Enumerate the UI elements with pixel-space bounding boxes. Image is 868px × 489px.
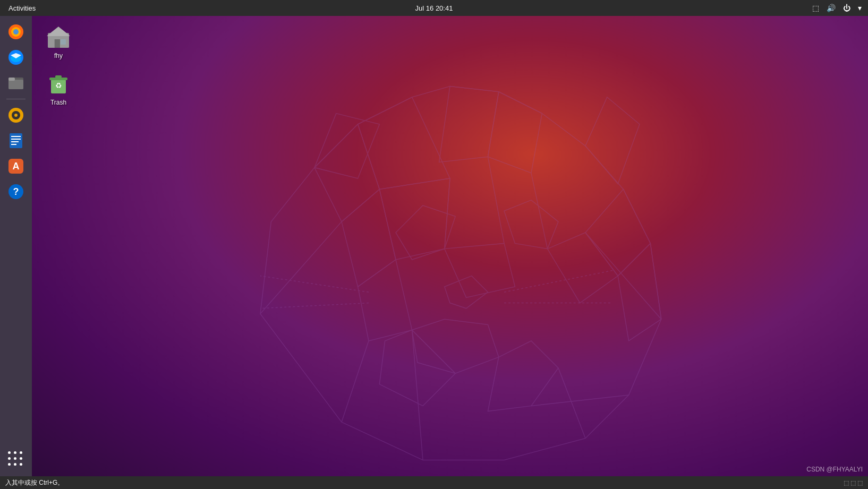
svg-marker-18 (548, 233, 618, 303)
svg-marker-4 (504, 200, 558, 249)
sidebar-dock: A ? (0, 16, 32, 476)
svg-text:?: ? (13, 186, 19, 197)
desktop-icon-trash[interactable]: ♻ Trash (37, 68, 80, 109)
svg-rect-64 (55, 75, 62, 78)
svg-marker-0 (260, 87, 661, 460)
svg-point-45 (14, 114, 18, 117)
bottombar: 入其中或按 Ctrl+G。 ⬚ ⬚ ⬚ (0, 476, 868, 489)
svg-rect-46 (10, 133, 22, 148)
desktop-wallpaper (32, 16, 868, 476)
svg-marker-5 (445, 276, 488, 308)
svg-rect-48 (11, 139, 21, 140)
bottombar-right: ⬚ ⬚ ⬚ (844, 479, 863, 486)
sidebar-item-rhythmbox[interactable] (4, 104, 28, 127)
apps-grid-icon (8, 451, 24, 467)
svg-line-32 (342, 341, 369, 422)
svg-marker-2 (585, 97, 640, 184)
svg-marker-20 (358, 260, 412, 341)
power-icon[interactable]: ⏻ (841, 0, 853, 16)
desktop-icons: fhy ♻ Trash (32, 16, 85, 115)
svg-line-31 (412, 330, 423, 460)
topbar-right: ⬚ 🔊 ⏻ ▾ (810, 0, 868, 16)
svg-rect-50 (11, 144, 16, 145)
desktop-icon-home[interactable]: fhy (37, 21, 80, 63)
sidebar-item-firefox[interactable] (4, 20, 28, 44)
dock-separator-1 (6, 99, 25, 99)
svg-marker-17 (445, 243, 515, 297)
svg-marker-3 (396, 205, 455, 260)
sidebar-item-ubuntu-software[interactable]: A (4, 155, 28, 178)
sidebar-item-help[interactable]: ? (4, 180, 28, 203)
topbar-center: Jul 16 20:41 (415, 4, 453, 12)
svg-line-26 (488, 157, 504, 243)
home-icon-image (46, 24, 71, 50)
svg-rect-41 (8, 80, 23, 89)
svg-rect-49 (11, 141, 19, 142)
cat-watermark-svg (32, 16, 868, 476)
svg-text:A: A (13, 161, 20, 171)
datetime-display: Jul 16 20:41 (415, 4, 453, 12)
topbar-left: Activities (0, 0, 40, 16)
bottombar-tray-icons: ⬚ ⬚ ⬚ (844, 479, 863, 486)
sidebar-item-writer[interactable] (4, 129, 28, 152)
svg-line-7 (260, 276, 369, 293)
trash-icon-label: Trash (50, 99, 66, 106)
svg-marker-13 (439, 87, 499, 162)
dropdown-icon[interactable]: ▾ (856, 0, 864, 16)
svg-rect-61 (55, 39, 60, 48)
svg-marker-15 (314, 124, 379, 222)
svg-line-8 (260, 303, 369, 308)
svg-line-25 (445, 178, 450, 249)
svg-rect-42 (8, 78, 15, 81)
svg-marker-23 (488, 341, 558, 411)
volume-icon[interactable]: 🔊 (824, 0, 838, 16)
bottombar-status-text: 入其中或按 Ctrl+G。 (5, 478, 64, 487)
svg-marker-1 (314, 114, 379, 178)
svg-text:♻: ♻ (55, 81, 62, 90)
topbar: Activities Jul 16 20:41 ⬚ 🔊 ⏻ ▾ (0, 0, 868, 16)
svg-line-28 (260, 222, 342, 314)
svg-line-9 (504, 270, 612, 292)
trash-icon-image: ♻ (46, 71, 71, 97)
svg-marker-60 (47, 27, 70, 36)
svg-rect-47 (11, 136, 21, 137)
show-apps-button[interactable] (4, 448, 28, 471)
activities-button[interactable]: Activities (4, 0, 40, 16)
home-icon-label: fhy (54, 52, 63, 59)
sidebar-item-files[interactable] (4, 71, 28, 95)
svg-marker-16 (379, 178, 450, 260)
svg-marker-19 (342, 189, 396, 287)
svg-marker-14 (488, 92, 542, 173)
svg-line-30 (531, 395, 629, 406)
svg-marker-6 (412, 319, 499, 373)
svg-marker-21 (585, 189, 650, 276)
screen-icon[interactable]: ⬚ (810, 0, 821, 16)
svg-point-36 (13, 29, 19, 35)
csdn-watermark: CSDN @FHYAALYI (806, 466, 863, 473)
svg-marker-22 (618, 243, 661, 341)
sidebar-item-thunderbird[interactable] (4, 46, 28, 69)
svg-line-33 (558, 368, 585, 439)
